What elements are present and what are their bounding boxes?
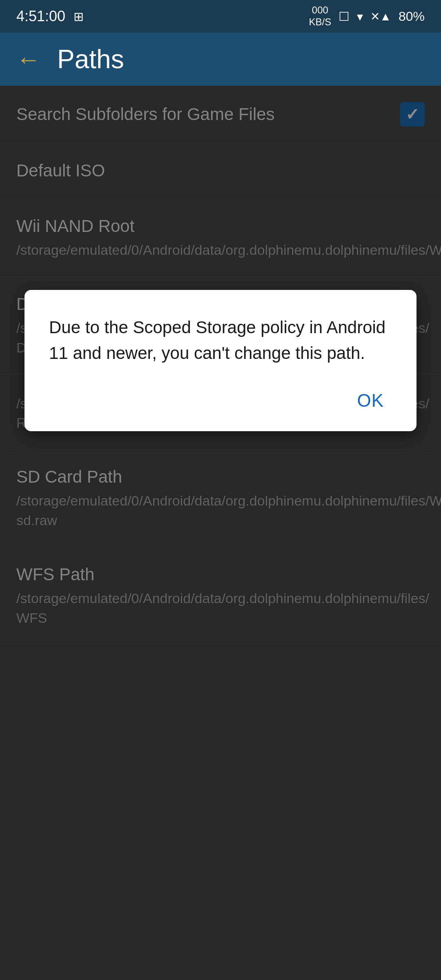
back-button[interactable]: ← [16, 45, 41, 74]
wifi-icon: ▾ [357, 9, 363, 24]
signal-icon: ✕▲ [370, 10, 391, 23]
dialog-message: Due to the Scoped Storage policy in Andr… [49, 314, 392, 366]
scoped-storage-dialog: Due to the Scoped Storage policy in Andr… [24, 290, 416, 431]
status-time: 4:51:00 [16, 8, 65, 25]
battery-indicator: 80% [399, 9, 425, 24]
dialog-ok-button[interactable]: OK [349, 386, 392, 415]
kbs-indicator: 000 KB/S [309, 4, 332, 28]
dialog-buttons: OK [49, 386, 392, 415]
phone-icon: ☐ [339, 9, 350, 24]
page-title: Paths [57, 44, 124, 74]
status-bar: 4:51:00 ⊞ 000 KB/S ☐ ▾ ✕▲ 80% [0, 0, 441, 33]
dialog-overlay [0, 86, 441, 980]
app-bar: ← Paths [0, 33, 441, 86]
status-right: 000 KB/S ☐ ▾ ✕▲ 80% [309, 4, 425, 28]
content-area: Search Subfolders for Game Files ✓ Defau… [0, 86, 441, 980]
gamepad-icon: ⊞ [74, 9, 84, 24]
status-left: 4:51:00 ⊞ [16, 8, 84, 25]
